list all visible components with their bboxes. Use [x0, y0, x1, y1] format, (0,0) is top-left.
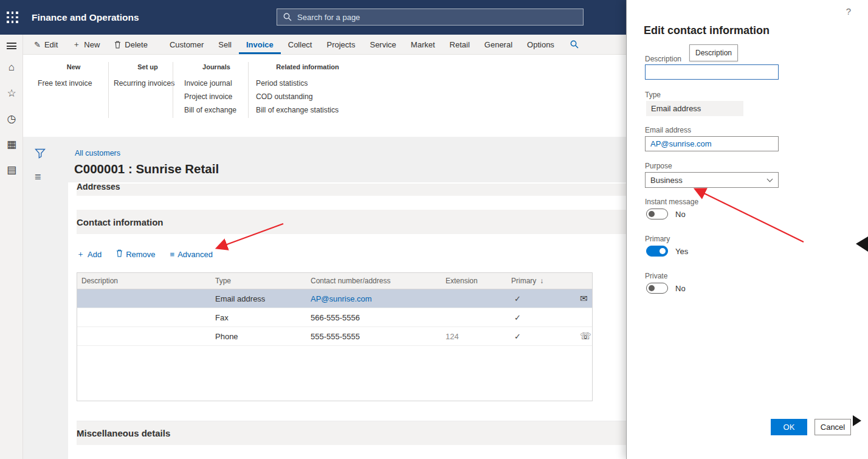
private-label: Private — [645, 272, 667, 280]
tab-collect[interactable]: Collect — [281, 35, 320, 54]
instant-message-toggle[interactable] — [646, 209, 668, 219]
ribbon-group-title: Journals — [184, 63, 249, 71]
plus-icon: ＋ — [72, 39, 80, 50]
filter-funnel-icon[interactable] — [35, 148, 46, 161]
flyout-title: Edit contact information — [644, 24, 770, 37]
section-contact-information[interactable]: Contact information — [77, 210, 629, 234]
pencil-icon: ✎ — [34, 40, 41, 49]
col-type[interactable]: Type — [215, 277, 311, 285]
tab-invoice[interactable]: Invoice — [239, 35, 281, 54]
ribbon-group-related-information: Related information Period statistics CO… — [256, 63, 359, 117]
help-icon[interactable]: ? — [846, 6, 851, 16]
purpose-label: Purpose — [645, 162, 672, 170]
search-icon — [283, 13, 292, 21]
primary-toggle[interactable] — [646, 246, 668, 257]
breadcrumb-all-customers[interactable]: All customers — [75, 149, 120, 157]
page-title: C000001 : Sunrise Retail — [74, 162, 219, 176]
primary-value: Yes — [675, 247, 688, 256]
workspaces-grid-icon[interactable]: ▦ — [0, 138, 23, 151]
plus-icon: ＋ — [77, 249, 84, 260]
email-link[interactable]: AP@sunrise.com — [311, 294, 372, 303]
col-primary[interactable]: Primary ↓ — [507, 277, 571, 285]
cancel-button[interactable]: Cancel — [815, 419, 851, 435]
tab-projects[interactable]: Projects — [320, 35, 363, 54]
trash-icon — [116, 249, 123, 259]
search-placeholder: Search for a page — [297, 13, 360, 22]
table-row-email[interactable]: Email address AP@sunrise.com ✓ ✉ — [77, 289, 592, 308]
tab-sell[interactable]: Sell — [211, 35, 239, 54]
ribbon-group-title: Set up — [114, 63, 182, 71]
instant-message-label: Instant message — [645, 198, 698, 206]
remove-button[interactable]: Remove — [116, 249, 155, 259]
table-header-row: Description Type Contact number/address … — [77, 273, 592, 289]
sort-descending-icon: ↓ — [540, 277, 543, 285]
table-row-phone[interactable]: Phone 555-555-5555 124 ✓ ☏ — [77, 327, 592, 346]
section-addresses[interactable]: Addresses — [77, 184, 629, 196]
ribbon-separator — [108, 62, 109, 118]
app-launcher-icon[interactable] — [7, 12, 19, 24]
email-address-input[interactable]: AP@sunrise.com — [645, 136, 779, 151]
primary-checkmark-icon: ✓ — [514, 294, 521, 303]
project-invoice-button[interactable]: Project invoice — [184, 90, 249, 103]
bill-of-exchange-button[interactable]: Bill of exchange — [184, 103, 249, 117]
contact-information-table: Description Type Contact number/address … — [77, 272, 593, 401]
invoice-journal-button[interactable]: Invoice journal — [184, 77, 249, 90]
tab-options[interactable]: Options — [520, 35, 562, 54]
description-label: Description — [645, 55, 681, 63]
edit-button[interactable]: ✎ Edit — [34, 35, 58, 54]
favorites-star-icon[interactable]: ☆ — [0, 87, 23, 100]
list-icon: ≡ — [170, 250, 175, 259]
section-miscellaneous-details[interactable]: Miscellaneous details — [77, 421, 629, 445]
home-icon[interactable]: ⌂ — [0, 61, 23, 74]
contact-grid-toolbar: ＋ Add Remove ≡ Advanced — [77, 246, 213, 263]
delete-button[interactable]: Delete — [114, 35, 148, 54]
new-button[interactable]: ＋ New — [72, 35, 100, 54]
primary-checkmark-icon: ✓ — [514, 332, 521, 341]
trash-icon — [114, 41, 121, 49]
edit-contact-flyout: ? Edit contact information Description D… — [626, 0, 868, 459]
cod-outstanding-button[interactable]: COD outstanding — [256, 90, 359, 103]
tab-customer[interactable]: Customer — [162, 35, 211, 54]
app-title[interactable]: Finance and Operations — [32, 0, 139, 35]
private-toggle[interactable] — [646, 283, 668, 294]
description-input[interactable] — [645, 64, 779, 80]
col-contact-number[interactable]: Contact number/address — [311, 277, 446, 285]
email-icon[interactable]: ✉ — [580, 293, 588, 303]
page-search-input[interactable]: Search for a page — [277, 9, 584, 26]
ribbon-group-title: Related information — [256, 63, 359, 71]
tab-general[interactable]: General — [477, 35, 520, 54]
instant-message-value: No — [675, 210, 686, 219]
period-statistics-button[interactable]: Period statistics — [256, 77, 359, 90]
col-description[interactable]: Description — [77, 277, 215, 285]
tab-service[interactable]: Service — [362, 35, 403, 54]
advanced-button[interactable]: ≡ Advanced — [170, 250, 213, 259]
private-value: No — [675, 284, 686, 293]
ribbon-group-setup: Set up Recurring invoices — [114, 63, 182, 90]
purpose-dropdown[interactable]: Business — [645, 172, 779, 188]
description-tooltip: Description — [689, 44, 738, 61]
modules-list-icon[interactable]: ▤ — [0, 164, 23, 176]
ok-button[interactable]: OK — [771, 419, 807, 435]
table-row-fax[interactable]: Fax 566-555-5556 ✓ — [77, 308, 592, 327]
type-readonly-field: Email address — [646, 101, 743, 116]
col-extension[interactable]: Extension — [446, 277, 507, 285]
sort-options-icon[interactable]: ≡ — [35, 171, 41, 184]
free-text-invoice-button[interactable]: Free text invoice — [38, 77, 109, 90]
ribbon-group-title: New — [38, 63, 109, 71]
primary-checkmark-icon: ✓ — [514, 313, 521, 322]
menu-icon[interactable] — [7, 43, 16, 49]
chevron-down-icon — [767, 176, 773, 182]
tab-market[interactable]: Market — [404, 35, 443, 54]
recurring-invoices-button[interactable]: Recurring invoices — [114, 77, 182, 90]
ribbon-group-new: New Free text invoice — [38, 63, 109, 90]
email-address-label: Email address — [645, 126, 691, 134]
add-button[interactable]: ＋ Add — [77, 249, 102, 260]
action-search-icon[interactable] — [570, 35, 579, 54]
type-label: Type — [645, 91, 661, 99]
recent-clock-icon[interactable]: ◷ — [0, 112, 23, 125]
ribbon-separator — [248, 62, 249, 118]
bill-of-exchange-statistics-button[interactable]: Bill of exchange statistics — [256, 103, 359, 117]
ribbon-group-journals: Journals Invoice journal Project invoice… — [184, 63, 249, 117]
phone-icon[interactable]: ☏ — [580, 331, 591, 341]
tab-retail[interactable]: Retail — [443, 35, 477, 54]
